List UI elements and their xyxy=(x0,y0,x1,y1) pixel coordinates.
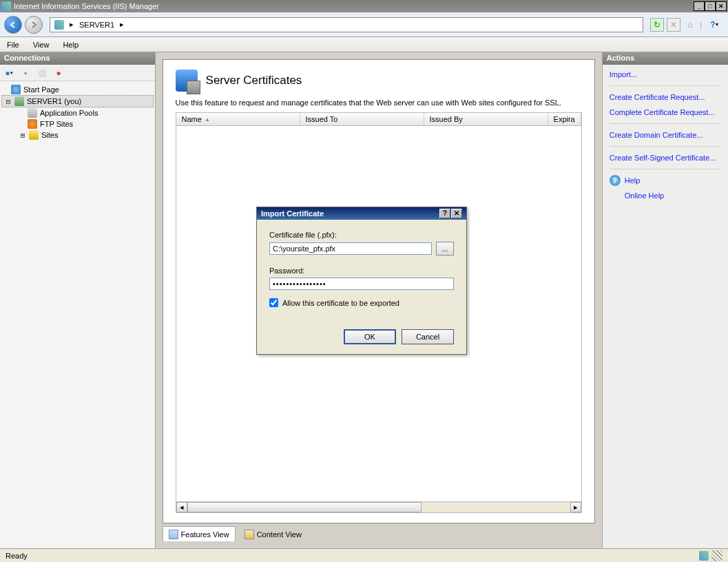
menu-file[interactable]: File xyxy=(7,41,19,49)
action-create-self-signed[interactable]: Create Self-Signed Certificate... xyxy=(610,152,721,163)
maximize-button[interactable]: □ xyxy=(705,1,716,11)
dialog-body: Certificate file (.pfx): ... Password: A… xyxy=(257,220,466,354)
tree-ftp-sites[interactable]: FTP Sites xyxy=(1,118,154,129)
action-import[interactable]: Import... xyxy=(610,69,721,80)
actions-panel: Actions Import... Create Certificate Req… xyxy=(602,52,728,548)
column-issued-to[interactable]: Issued To xyxy=(300,113,424,125)
tab-label: Features View xyxy=(181,530,229,539)
allow-export-checkbox-row[interactable]: Allow this certificate to be exported xyxy=(269,298,454,307)
cancel-button[interactable]: Cancel xyxy=(402,329,454,344)
disk-icon: ▪ xyxy=(24,68,27,78)
dialog-titlebar[interactable]: Import Certificate ? ✕ xyxy=(257,207,466,220)
navigation-toolbar: ▸ SERVER1 ▸ ↻ ✕ ⌂ | ? ▾ xyxy=(0,12,728,37)
window-titlebar: Internet Information Services (IIS) Mana… xyxy=(0,0,728,12)
action-help[interactable]: ? Help xyxy=(610,175,721,186)
allow-export-checkbox[interactable] xyxy=(269,298,278,307)
column-issued-by[interactable]: Issued By xyxy=(424,113,548,125)
scroll-thumb[interactable] xyxy=(187,502,422,512)
tree-label: Sites xyxy=(41,131,58,139)
password-input[interactable] xyxy=(269,278,454,290)
page-description: Use this feature to request and manage c… xyxy=(176,98,582,107)
tree-start-page[interactable]: Start Page xyxy=(1,84,154,95)
server-icon xyxy=(14,96,24,106)
save-button[interactable]: ▪ xyxy=(19,67,32,79)
status-text: Ready xyxy=(6,552,28,560)
action-create-domain[interactable]: Create Domain Certificate... xyxy=(610,129,721,140)
tree-label: Application Pools xyxy=(40,109,98,117)
sites-icon xyxy=(29,130,39,140)
connect-button[interactable]: ●▾ xyxy=(3,67,15,79)
expand-icon[interactable]: ⊞ xyxy=(19,131,26,140)
status-bar: Ready xyxy=(0,548,728,562)
browse-button[interactable]: ... xyxy=(436,242,454,256)
ok-button[interactable]: OK xyxy=(344,329,396,344)
window-controls: _ □ ✕ xyxy=(694,1,727,11)
close-button[interactable]: ✕ xyxy=(716,1,727,11)
connections-header: Connections xyxy=(0,52,155,65)
features-icon xyxy=(169,530,178,539)
tab-features-view[interactable]: Features View xyxy=(163,526,236,541)
forward-button[interactable] xyxy=(25,16,43,34)
breadcrumb-icon xyxy=(54,20,64,30)
tree-app-pools[interactable]: Application Pools xyxy=(1,107,154,118)
scroll-track[interactable] xyxy=(187,502,570,512)
resize-grip[interactable] xyxy=(711,550,722,561)
help-dropdown-button[interactable]: ? ▾ xyxy=(705,18,724,32)
breadcrumb-server[interactable]: SERVER1 xyxy=(79,21,114,29)
globe-icon xyxy=(11,85,21,94)
dialog-help-button[interactable]: ? xyxy=(439,209,450,218)
certificate-file-input[interactable] xyxy=(269,242,432,255)
home-icon: ⌂ xyxy=(688,20,693,30)
help-link[interactable]: Help xyxy=(625,175,641,186)
help-icon: ? xyxy=(610,175,621,186)
ftp-icon xyxy=(28,119,37,129)
up-icon: ▧ xyxy=(39,68,46,78)
dialog-title: Import Certificate xyxy=(261,209,324,218)
minimize-button[interactable]: _ xyxy=(694,1,705,11)
dialog-close-button[interactable]: ✕ xyxy=(451,209,462,218)
up-button[interactable]: ▧ xyxy=(36,67,48,79)
refresh-button[interactable]: ↻ xyxy=(650,18,664,32)
tree-server-node[interactable]: ⊟ SERVER1 (you) xyxy=(1,95,154,107)
tree-label: SERVER1 (you) xyxy=(27,97,81,105)
page-header: Server Certificates xyxy=(176,70,582,92)
column-headers: Name▲ Issued To Issued By Expira xyxy=(176,112,582,126)
action-online-help[interactable]: Online Help xyxy=(610,190,721,201)
actions-body: Import... Create Certificate Request... … xyxy=(603,65,728,205)
menu-view[interactable]: View xyxy=(33,41,50,49)
refresh-icon: ↻ xyxy=(654,20,661,30)
collapse-icon[interactable]: ⊟ xyxy=(5,97,12,106)
back-button[interactable] xyxy=(4,16,22,34)
column-expiration[interactable]: Expira xyxy=(548,113,581,125)
actions-header: Actions xyxy=(603,52,728,65)
tab-content-view[interactable]: Content View xyxy=(238,526,308,541)
tree-sites[interactable]: ⊞ Sites xyxy=(1,129,154,140)
home-button[interactable]: ⌂ xyxy=(683,18,697,32)
menu-help[interactable]: Help xyxy=(63,41,79,49)
tab-label: Content View xyxy=(257,530,302,539)
status-config-icon xyxy=(699,551,709,561)
breadcrumb-chevron: ▸ xyxy=(70,20,74,29)
action-create-request[interactable]: Create Certificate Request... xyxy=(610,92,721,103)
action-complete-request[interactable]: Complete Certificate Request... xyxy=(610,107,721,118)
menu-bar: File View Help xyxy=(0,37,728,52)
password-label: Password: xyxy=(269,267,454,275)
tree-label: Start Page xyxy=(23,85,59,94)
remove-button[interactable]: ● xyxy=(52,67,65,79)
breadcrumb[interactable]: ▸ SERVER1 ▸ xyxy=(50,17,643,32)
server-certificates-icon xyxy=(176,70,198,92)
content-icon xyxy=(245,530,254,539)
horizontal-scrollbar[interactable]: ◂ ▸ xyxy=(176,501,581,512)
app-icon xyxy=(1,1,11,11)
column-name[interactable]: Name▲ xyxy=(176,113,300,125)
scroll-left-button[interactable]: ◂ xyxy=(176,502,187,512)
arrow-left-icon xyxy=(9,21,17,29)
connections-panel: Connections ●▾ ▪ ▧ ● Start Page ⊟ SERVER… xyxy=(0,52,156,548)
scroll-right-button[interactable]: ▸ xyxy=(570,502,581,512)
globe-icon: ● xyxy=(5,68,10,78)
sort-asc-icon: ▲ xyxy=(205,116,210,123)
stop-button[interactable]: ✕ xyxy=(667,18,680,32)
arrow-right-icon xyxy=(30,21,38,29)
help-icon: ? xyxy=(710,20,715,30)
window-title: Internet Information Services (IIS) Mana… xyxy=(14,2,159,10)
